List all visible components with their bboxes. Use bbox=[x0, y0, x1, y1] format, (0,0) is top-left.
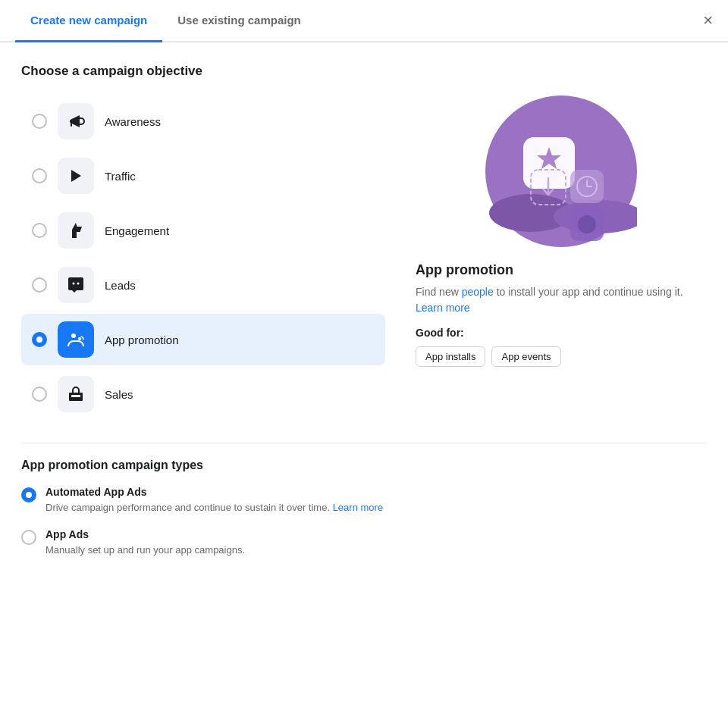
desc-rest: to install your app and continue using i… bbox=[494, 286, 683, 298]
leads-icon-box bbox=[58, 267, 94, 303]
campaign-types-title: App promotion campaign types bbox=[21, 459, 707, 472]
objective-item-sales[interactable]: Sales bbox=[21, 368, 385, 420]
tabs-bar: Create new campaign Use existing campaig… bbox=[0, 0, 728, 42]
traffic-label: Traffic bbox=[105, 170, 136, 183]
sales-label: Sales bbox=[105, 388, 133, 401]
radio-app-ads[interactable] bbox=[21, 530, 36, 545]
svg-point-4 bbox=[78, 337, 81, 340]
learn-more-link-1[interactable]: Learn more bbox=[416, 302, 470, 314]
svg-point-2 bbox=[77, 283, 80, 285]
automated-text: Automated App Ads Drive campaign perform… bbox=[46, 486, 383, 515]
objective-item-awareness[interactable]: Awareness bbox=[21, 95, 385, 147]
svg-point-19 bbox=[578, 215, 596, 233]
radio-app-promotion[interactable] bbox=[32, 332, 47, 347]
svg-point-3 bbox=[71, 333, 76, 338]
campaign-type-app-ads[interactable]: App Ads Manually set up and run your app… bbox=[21, 528, 707, 557]
awareness-label: Awareness bbox=[105, 115, 161, 128]
objective-item-engagement[interactable]: Engagement bbox=[21, 205, 385, 256]
engagement-label: Engagement bbox=[105, 224, 169, 237]
objective-item-traffic[interactable]: Traffic bbox=[21, 150, 385, 202]
radio-engagement[interactable] bbox=[32, 223, 47, 238]
good-for-title: Good for: bbox=[416, 327, 707, 339]
app-ads-name: App Ads bbox=[46, 528, 245, 540]
svg-rect-6 bbox=[71, 395, 80, 397]
app-ads-desc: Manually set up and run your app campaig… bbox=[46, 543, 245, 557]
section-title: Choose a campaign objective bbox=[21, 64, 707, 79]
main-content: Choose a campaign objective Awareness bbox=[0, 42, 728, 592]
awareness-icon-box bbox=[58, 103, 94, 139]
objective-item-app-promotion[interactable]: App promotion bbox=[21, 314, 385, 365]
objective-item-leads[interactable]: Leads bbox=[21, 259, 385, 311]
engagement-icon-box bbox=[58, 212, 94, 249]
tags-container: App installs App events bbox=[416, 346, 707, 367]
app-promo-title: App promotion bbox=[416, 262, 707, 278]
app-promotion-illustration bbox=[485, 95, 637, 247]
radio-traffic[interactable] bbox=[32, 168, 47, 183]
sales-icon-box bbox=[58, 376, 94, 412]
objectives-list: Awareness Traffic bbox=[21, 95, 385, 420]
leads-label: Leads bbox=[105, 279, 136, 292]
radio-sales[interactable] bbox=[32, 387, 47, 402]
app-promotion-icon-box bbox=[58, 321, 94, 358]
radio-awareness[interactable] bbox=[32, 114, 47, 129]
svg-point-1 bbox=[73, 283, 75, 285]
svg-marker-0 bbox=[71, 170, 81, 182]
radio-leads[interactable] bbox=[32, 277, 47, 293]
radio-automated[interactable] bbox=[21, 487, 36, 503]
main-layout: Awareness Traffic bbox=[21, 95, 707, 420]
automated-desc-plain: Drive campaign performance and continue … bbox=[46, 502, 333, 513]
tag-app-installs: App installs bbox=[416, 346, 485, 367]
app-promotion-label: App promotion bbox=[105, 333, 179, 346]
app-ads-text: App Ads Manually set up and run your app… bbox=[46, 528, 245, 557]
app-promo-desc: Find new people to install your app and … bbox=[416, 284, 707, 316]
close-button[interactable]: × bbox=[703, 12, 713, 29]
campaign-type-automated[interactable]: Automated App Ads Drive campaign perform… bbox=[21, 486, 707, 515]
automated-desc: Drive campaign performance and continue … bbox=[46, 501, 383, 515]
automated-name: Automated App Ads bbox=[46, 486, 383, 498]
automated-learn-more[interactable]: Learn more bbox=[333, 502, 383, 513]
tab-existing[interactable]: Use existing campaign bbox=[162, 0, 316, 42]
desc-people-link[interactable]: people bbox=[462, 286, 494, 298]
desc-plain: Find new bbox=[416, 286, 462, 298]
right-panel: App promotion Find new people to install… bbox=[416, 95, 707, 420]
traffic-icon-box bbox=[58, 158, 94, 194]
tag-app-events: App events bbox=[491, 346, 560, 367]
campaign-types-section: App promotion campaign types Automated A… bbox=[21, 443, 707, 557]
tab-create[interactable]: Create new campaign bbox=[15, 0, 162, 42]
